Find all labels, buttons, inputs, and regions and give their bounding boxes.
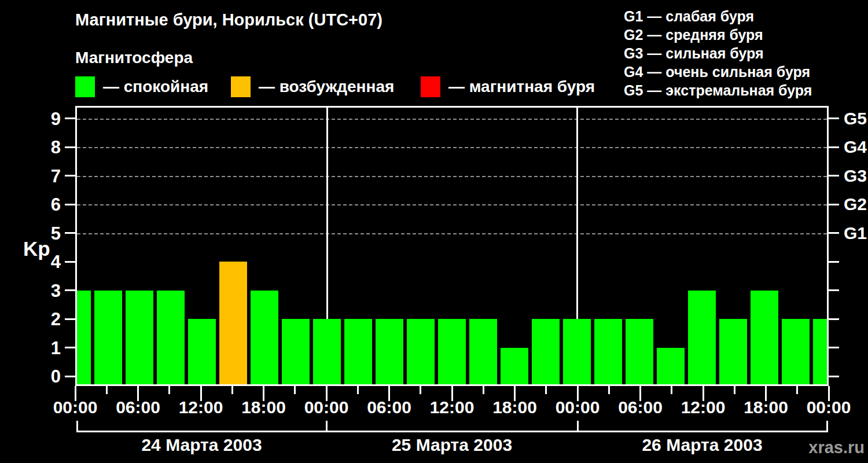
g-axis-label-g1: G1 bbox=[844, 223, 867, 243]
kp-bar bbox=[657, 348, 685, 385]
g-axis-label-g4: G4 bbox=[844, 137, 867, 157]
y-tick-label: 7 bbox=[32, 166, 61, 187]
x-tick-label: 06:00 bbox=[106, 398, 170, 417]
date-bracket-tick bbox=[76, 421, 78, 432]
right-tick bbox=[829, 146, 839, 148]
kp-bar bbox=[501, 348, 528, 385]
storm-scale-legend: G1 — слабая буряG2 — средняя буряG3 — си… bbox=[624, 7, 812, 100]
x-tick-label: 12:00 bbox=[671, 398, 735, 417]
right-tick bbox=[829, 261, 839, 263]
date-bracket-tick bbox=[326, 421, 328, 432]
x-tick-label: 18:00 bbox=[734, 398, 798, 417]
watermark: xras.ru bbox=[770, 438, 865, 457]
right-tick bbox=[829, 289, 839, 291]
kp-bar bbox=[751, 291, 778, 385]
x-tick bbox=[357, 386, 359, 394]
x-tick-label: 00:00 bbox=[43, 398, 107, 417]
x-tick-label: 18:00 bbox=[483, 398, 547, 417]
kp-bar bbox=[376, 319, 403, 384]
kp-bar bbox=[719, 319, 747, 384]
g-axis-label-g3: G3 bbox=[844, 166, 867, 186]
right-tick bbox=[829, 204, 839, 205]
storm-scale-row-g5: G5 — экстремальная буря bbox=[624, 81, 812, 100]
x-tick-label: 12:00 bbox=[420, 398, 484, 417]
kp-bar bbox=[594, 319, 622, 384]
right-tick bbox=[829, 318, 839, 320]
x-tick-label: 12:00 bbox=[169, 398, 233, 417]
kp-bar bbox=[782, 319, 810, 384]
y-tick bbox=[65, 318, 75, 320]
kp-bar bbox=[407, 319, 435, 384]
y-tick bbox=[65, 117, 75, 119]
storm-color-swatch bbox=[421, 76, 440, 97]
kp-bar bbox=[251, 291, 278, 385]
kp-bar bbox=[94, 291, 122, 385]
x-tick bbox=[420, 386, 421, 394]
kp-bar bbox=[282, 319, 310, 384]
kp-bar bbox=[157, 291, 185, 385]
legend-label-active: — возбужденная bbox=[259, 78, 394, 96]
x-tick bbox=[734, 386, 735, 394]
g-axis-label-g2: G2 bbox=[844, 194, 867, 214]
date-bracket-tick bbox=[826, 421, 828, 432]
gridline-kp6 bbox=[77, 204, 827, 205]
y-tick bbox=[65, 175, 75, 177]
right-tick bbox=[829, 117, 839, 119]
x-tick-label: 00:00 bbox=[797, 398, 860, 417]
x-tick-label: 06:00 bbox=[358, 398, 421, 417]
gridline-kp7 bbox=[77, 176, 827, 177]
x-tick bbox=[106, 386, 108, 394]
day-label: 24 Марта 2003 bbox=[86, 435, 318, 455]
x-tick bbox=[168, 386, 170, 394]
kp-bar bbox=[313, 319, 341, 384]
y-tick-label: 2 bbox=[32, 309, 61, 330]
x-tick bbox=[796, 386, 798, 394]
storm-scale-row-g1: G1 — слабая буря bbox=[624, 7, 812, 25]
right-tick bbox=[829, 232, 839, 234]
x-tick bbox=[608, 386, 610, 394]
y-tick-label: 0 bbox=[32, 366, 61, 387]
legend-label-storm: — магнитная буря bbox=[448, 78, 595, 96]
y-tick bbox=[65, 204, 75, 205]
y-tick bbox=[65, 232, 75, 234]
y-tick-label: 9 bbox=[32, 109, 61, 130]
y-tick-label: 3 bbox=[32, 281, 61, 302]
kp-bar bbox=[688, 291, 716, 385]
kp-bar bbox=[438, 319, 466, 384]
g-axis-label-g5: G5 bbox=[844, 109, 867, 128]
legend-item-active: — возбужденная bbox=[231, 76, 394, 97]
storm-scale-row-g3: G3 — сильная буря bbox=[624, 44, 812, 63]
x-tick-label: 06:00 bbox=[609, 398, 672, 417]
right-tick bbox=[829, 347, 839, 348]
x-tick-label: 00:00 bbox=[295, 398, 358, 417]
storm-scale-row-g2: G2 — средняя буря bbox=[624, 25, 812, 44]
kp-bar bbox=[188, 319, 216, 384]
y-tick bbox=[65, 347, 75, 348]
y-tick bbox=[65, 289, 75, 291]
legend-label-quiet: — спокойная bbox=[103, 78, 208, 96]
y-tick bbox=[65, 376, 75, 377]
x-tick bbox=[231, 386, 233, 394]
y-tick-label: 8 bbox=[32, 137, 61, 158]
quiet-color-swatch bbox=[75, 76, 95, 97]
y-tick-label: 5 bbox=[32, 223, 61, 244]
right-tick bbox=[829, 175, 839, 177]
storm-scale-row-g4: G4 — очень сильная буря bbox=[624, 63, 812, 81]
kp-bar bbox=[469, 319, 497, 384]
chart-title: Магнитные бури, Норильск (UTC+07) bbox=[75, 10, 382, 30]
x-tick-label: 00:00 bbox=[546, 398, 609, 417]
y-tick-label: 1 bbox=[32, 338, 61, 359]
kp-bar bbox=[126, 291, 153, 385]
x-tick bbox=[294, 386, 296, 394]
x-tick bbox=[483, 386, 484, 394]
kp-bar bbox=[532, 319, 560, 384]
gridline-kp8 bbox=[77, 147, 827, 148]
kp-bar bbox=[563, 319, 591, 384]
kp-bar bbox=[75, 291, 91, 385]
gridline-kp5 bbox=[77, 233, 827, 234]
y-tick-label: 4 bbox=[32, 252, 61, 273]
y-tick bbox=[65, 146, 75, 148]
x-tick bbox=[545, 386, 547, 394]
y-tick-label: 6 bbox=[32, 194, 61, 215]
kp-bar bbox=[626, 319, 653, 384]
